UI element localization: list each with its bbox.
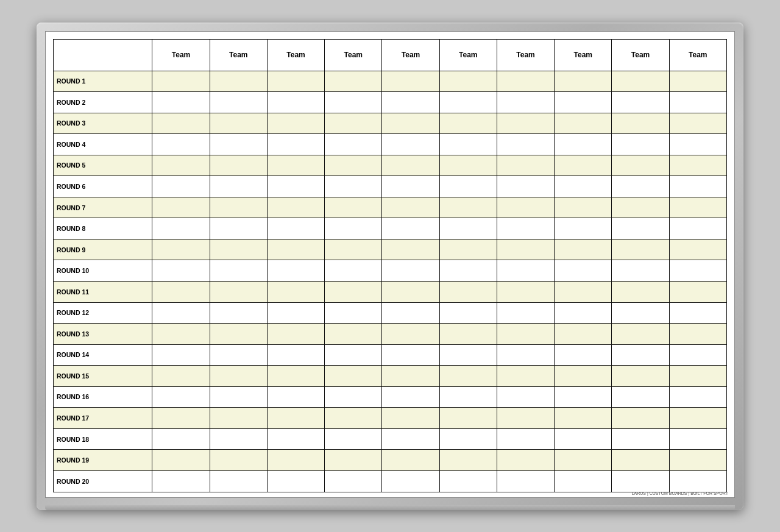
cell-r10-c3[interactable] (267, 260, 324, 282)
cell-r8-c4[interactable] (325, 218, 382, 239)
cell-r5-c5[interactable] (382, 155, 439, 176)
cell-r10-c1[interactable] (152, 260, 210, 282)
cell-r7-c2[interactable] (210, 197, 267, 218)
cell-r18-c4[interactable] (325, 428, 382, 450)
cell-r2-c7[interactable] (497, 92, 554, 113)
cell-r1-c10[interactable] (669, 71, 726, 92)
cell-r20-c1[interactable] (152, 470, 210, 492)
cell-r14-c5[interactable] (382, 344, 439, 366)
cell-r20-c6[interactable] (439, 470, 497, 492)
cell-r14-c8[interactable] (555, 344, 612, 366)
cell-r17-c7[interactable] (497, 408, 554, 429)
cell-r3-c5[interactable] (382, 113, 439, 134)
cell-r8-c7[interactable] (497, 218, 554, 239)
cell-r8-c6[interactable] (439, 218, 497, 239)
cell-r19-c3[interactable] (267, 450, 324, 471)
cell-r4-c5[interactable] (382, 134, 439, 155)
cell-r1-c9[interactable] (612, 71, 669, 92)
cell-r14-c1[interactable] (152, 344, 210, 366)
cell-r13-c9[interactable] (612, 324, 669, 345)
cell-r20-c3[interactable] (267, 470, 324, 492)
cell-r8-c8[interactable] (555, 218, 612, 239)
cell-r2-c1[interactable] (152, 92, 210, 113)
cell-r18-c10[interactable] (669, 428, 726, 450)
cell-r17-c8[interactable] (555, 408, 612, 429)
cell-r3-c8[interactable] (555, 113, 612, 134)
cell-r6-c7[interactable] (497, 176, 554, 197)
cell-r9-c8[interactable] (555, 239, 612, 260)
cell-r9-c5[interactable] (382, 239, 439, 260)
cell-r11-c5[interactable] (382, 281, 439, 302)
cell-r2-c8[interactable] (555, 92, 612, 113)
cell-r20-c9[interactable] (612, 470, 669, 492)
cell-r15-c6[interactable] (439, 366, 497, 387)
cell-r20-c8[interactable] (555, 470, 612, 492)
cell-r1-c3[interactable] (267, 71, 324, 92)
cell-r16-c7[interactable] (497, 386, 554, 408)
cell-r15-c9[interactable] (612, 366, 669, 387)
cell-r7-c10[interactable] (669, 197, 726, 218)
cell-r2-c3[interactable] (267, 92, 324, 113)
cell-r14-c7[interactable] (497, 344, 554, 366)
cell-r10-c6[interactable] (439, 260, 497, 282)
cell-r12-c1[interactable] (152, 302, 210, 324)
cell-r3-c1[interactable] (152, 113, 210, 134)
cell-r5-c9[interactable] (612, 155, 669, 176)
cell-r12-c5[interactable] (382, 302, 439, 324)
cell-r18-c6[interactable] (439, 428, 497, 450)
cell-r12-c6[interactable] (439, 302, 497, 324)
cell-r17-c9[interactable] (612, 408, 669, 429)
cell-r20-c5[interactable] (382, 470, 439, 492)
cell-r8-c9[interactable] (612, 218, 669, 239)
cell-r16-c2[interactable] (210, 386, 267, 408)
cell-r4-c2[interactable] (210, 134, 267, 155)
cell-r10-c7[interactable] (497, 260, 554, 282)
cell-r17-c3[interactable] (267, 408, 324, 429)
cell-r19-c7[interactable] (497, 450, 554, 471)
cell-r11-c1[interactable] (152, 281, 210, 302)
cell-r4-c9[interactable] (612, 134, 669, 155)
cell-r19-c9[interactable] (612, 450, 669, 471)
cell-r4-c10[interactable] (669, 134, 726, 155)
cell-r1-c8[interactable] (555, 71, 612, 92)
cell-r5-c1[interactable] (152, 155, 210, 176)
cell-r1-c5[interactable] (382, 71, 439, 92)
cell-r16-c3[interactable] (267, 386, 324, 408)
cell-r18-c2[interactable] (210, 428, 267, 450)
cell-r7-c3[interactable] (267, 197, 324, 218)
cell-r16-c4[interactable] (325, 386, 382, 408)
cell-r3-c6[interactable] (439, 113, 497, 134)
cell-r12-c2[interactable] (210, 302, 267, 324)
cell-r14-c9[interactable] (612, 344, 669, 366)
cell-r1-c4[interactable] (325, 71, 382, 92)
cell-r11-c10[interactable] (669, 281, 726, 302)
cell-r2-c6[interactable] (439, 92, 497, 113)
cell-r10-c4[interactable] (325, 260, 382, 282)
cell-r9-c6[interactable] (439, 239, 497, 260)
cell-r3-c4[interactable] (325, 113, 382, 134)
cell-r16-c8[interactable] (555, 386, 612, 408)
cell-r8-c5[interactable] (382, 218, 439, 239)
cell-r7-c6[interactable] (439, 197, 497, 218)
cell-r6-c6[interactable] (439, 176, 497, 197)
cell-r6-c1[interactable] (152, 176, 210, 197)
cell-r15-c5[interactable] (382, 366, 439, 387)
cell-r14-c4[interactable] (325, 344, 382, 366)
cell-r6-c2[interactable] (210, 176, 267, 197)
cell-r12-c10[interactable] (669, 302, 726, 324)
cell-r12-c7[interactable] (497, 302, 554, 324)
cell-r9-c1[interactable] (152, 239, 210, 260)
cell-r11-c4[interactable] (325, 281, 382, 302)
cell-r11-c8[interactable] (555, 281, 612, 302)
cell-r3-c10[interactable] (669, 113, 726, 134)
cell-r2-c2[interactable] (210, 92, 267, 113)
cell-r1-c7[interactable] (497, 71, 554, 92)
cell-r15-c3[interactable] (267, 366, 324, 387)
cell-r5-c6[interactable] (439, 155, 497, 176)
cell-r5-c3[interactable] (267, 155, 324, 176)
cell-r5-c4[interactable] (325, 155, 382, 176)
cell-r16-c9[interactable] (612, 386, 669, 408)
cell-r1-c1[interactable] (152, 71, 210, 92)
cell-r11-c7[interactable] (497, 281, 554, 302)
cell-r10-c10[interactable] (669, 260, 726, 282)
